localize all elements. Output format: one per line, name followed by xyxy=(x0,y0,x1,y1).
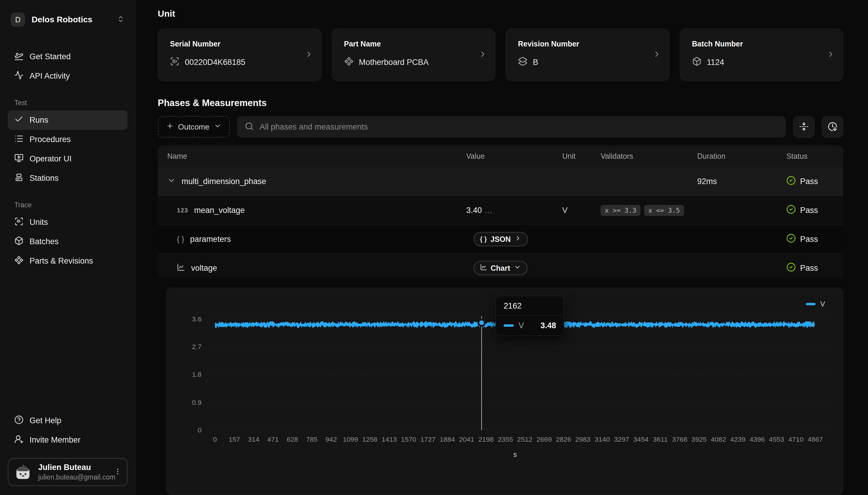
svg-text:2983: 2983 xyxy=(575,436,590,443)
sidebar-item-label: Operator UI xyxy=(30,154,71,164)
scan-qr-icon xyxy=(14,217,23,228)
table-row-parameters[interactable]: { } parameters { } JSON Pass xyxy=(158,225,843,254)
value-cell: Chart xyxy=(466,261,562,275)
workspace-switcher[interactable]: D Delos Robotics xyxy=(8,11,128,29)
status-cell: Pass xyxy=(786,234,843,245)
chart-line-icon xyxy=(480,263,487,273)
table-row-phase[interactable]: multi_dimension_phase 92ms Pass xyxy=(158,167,843,196)
sidebar-item-label: Stations xyxy=(30,174,59,183)
check-icon xyxy=(14,115,23,126)
card-part-name[interactable]: Part Name Motherboard PCBA xyxy=(332,29,495,81)
help-circle-icon xyxy=(14,415,23,427)
outcome-filter-label: Outcome xyxy=(178,122,210,132)
measurement-name-cell: { } parameters xyxy=(158,235,466,244)
col-status: Status xyxy=(786,152,843,160)
json-expand-button[interactable]: { } JSON xyxy=(474,232,528,246)
chevron-down-icon[interactable] xyxy=(167,176,176,187)
card-serial-number[interactable]: Serial Number 00220D4K68185 xyxy=(158,29,322,81)
chevrons-up-down-icon xyxy=(117,15,125,24)
circle-check-icon xyxy=(786,234,796,245)
svg-text:3140: 3140 xyxy=(594,436,610,443)
circle-check-icon xyxy=(786,262,796,274)
section-title: Phases & Measurements xyxy=(158,98,843,108)
user-card[interactable]: Julien Buteau julien.buteau@gmail.com xyxy=(8,458,128,486)
col-validators: Validators xyxy=(601,152,697,160)
status-label: Pass xyxy=(800,263,818,273)
svg-text:4710: 4710 xyxy=(788,436,804,443)
sidebar-item-get-started[interactable]: Get Started xyxy=(8,47,128,66)
measurement-value: 3.40 xyxy=(466,206,482,215)
card-batch-number[interactable]: Batch Number 1124 xyxy=(680,29,844,81)
sidebar: D Delos Robotics Get Started API Activit… xyxy=(0,0,136,495)
col-value: Value xyxy=(466,152,562,160)
svg-text:3768: 3768 xyxy=(672,436,687,443)
sidebar-item-get-help[interactable]: Get Help xyxy=(8,411,128,430)
sidebar-section-test: Test xyxy=(14,99,128,107)
table-row-voltage[interactable]: voltage Chart Pass xyxy=(158,254,843,278)
svg-text:3611: 3611 xyxy=(653,436,668,443)
sidebar-nav: Get Started API Activity Test Runs Proce… xyxy=(8,47,128,271)
svg-text:1884: 1884 xyxy=(440,436,455,443)
plus-icon xyxy=(166,122,174,132)
numeric-type-icon: 123 xyxy=(177,207,188,214)
measurement-name-cell: voltage xyxy=(158,263,466,273)
duration-value: 92ms xyxy=(697,177,786,186)
svg-text:4867: 4867 xyxy=(808,436,823,443)
validator-badge: x <= 3.5 xyxy=(644,205,684,216)
app-root: D Delos Robotics Get Started API Activit… xyxy=(0,0,868,495)
status-cell: Pass xyxy=(786,205,843,216)
user-name: Julien Buteau xyxy=(38,463,108,472)
sidebar-item-stations[interactable]: Stations xyxy=(8,169,128,188)
unit-cards: Serial Number 00220D4K68185 Part Name Mo… xyxy=(158,29,843,81)
svg-text:2826: 2826 xyxy=(556,436,571,443)
sidebar-item-label: Invite Member xyxy=(30,436,81,445)
col-unit: Unit xyxy=(562,152,601,160)
svg-text:1413: 1413 xyxy=(382,436,397,443)
svg-text:s: s xyxy=(513,450,517,458)
sidebar-item-procedures[interactable]: Procedures xyxy=(8,130,128,149)
table-header: Name Value Unit Validators Duration Stat… xyxy=(158,146,843,167)
svg-text:4396: 4396 xyxy=(750,436,765,443)
svg-text:1570: 1570 xyxy=(401,436,416,443)
sidebar-item-label: Runs xyxy=(30,116,48,125)
outcome-filter-button[interactable]: Outcome xyxy=(158,116,230,138)
value-truncated: … xyxy=(484,206,492,215)
ellipsis-vertical-icon[interactable] xyxy=(114,467,122,477)
sidebar-item-units[interactable]: Units xyxy=(8,213,128,232)
svg-text:3454: 3454 xyxy=(633,436,649,443)
sidebar-item-invite-member[interactable]: Invite Member xyxy=(8,430,128,450)
chevron-right-icon xyxy=(652,50,661,60)
chevron-down-icon xyxy=(214,122,222,132)
svg-text:0: 0 xyxy=(198,427,201,434)
svg-text:4553: 4553 xyxy=(769,436,784,443)
tooltip-x-value: 2162 xyxy=(496,296,564,316)
collapse-all-button[interactable] xyxy=(793,116,815,138)
chevron-right-icon xyxy=(478,50,487,60)
station-icon xyxy=(14,173,23,184)
svg-text:4239: 4239 xyxy=(730,436,746,443)
sidebar-item-parts-revisions[interactable]: Parts & Revisions xyxy=(8,251,128,271)
status-label: Pass xyxy=(800,177,818,186)
svg-text:2355: 2355 xyxy=(498,436,513,443)
sidebar-item-batches[interactable]: Batches xyxy=(8,232,128,251)
search-input[interactable] xyxy=(259,122,779,132)
card-value: Motherboard PCBA xyxy=(344,56,484,68)
sidebar-item-operator-ui[interactable]: Operator UI xyxy=(8,149,128,169)
card-revision-number[interactable]: Revision Number B xyxy=(506,29,669,81)
chart-legend: V xyxy=(806,300,825,308)
card-value: 00220D4K68185 xyxy=(170,56,309,68)
search-box xyxy=(237,116,786,138)
card-value: B xyxy=(518,56,657,68)
sidebar-item-api-activity[interactable]: API Activity xyxy=(8,66,128,86)
chart-toggle-button[interactable]: Chart xyxy=(474,261,527,275)
user-email: julien.buteau@gmail.com xyxy=(38,473,108,481)
svg-text:2512: 2512 xyxy=(517,436,532,443)
svg-text:2041: 2041 xyxy=(459,436,474,443)
sidebar-section-trace: Trace xyxy=(14,201,128,209)
sidebar-item-runs[interactable]: Runs xyxy=(8,110,128,130)
table-row-mean-voltage[interactable]: 123 mean_voltage 3.40… V x >= 3.3 x <= 3… xyxy=(158,196,843,225)
search-icon xyxy=(245,122,254,132)
col-duration: Duration xyxy=(697,152,786,160)
history-button[interactable] xyxy=(822,116,843,138)
phases-table: Name Value Unit Validators Duration Stat… xyxy=(158,146,843,278)
